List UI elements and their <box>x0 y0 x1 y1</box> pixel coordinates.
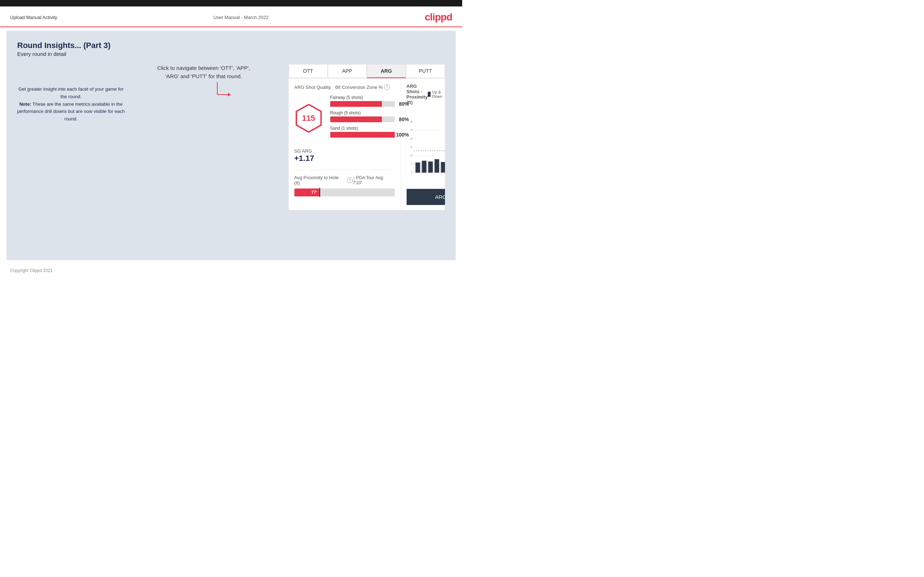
proximity-section: Avg Proximity to Hole (ft) ? ↑ PGA Tour … <box>294 169 395 197</box>
proximity-bar-track: 77' <box>294 189 395 197</box>
shot-quality-label: ARG Shot Quality <box>294 85 331 90</box>
chart-legend: Up & Down Round Average 6 ft conversion … <box>428 88 445 101</box>
bar-pct: 80% <box>399 101 409 107</box>
bar-fill <box>330 116 382 122</box>
pga-avg: ↑ PGA Tour Avg: 7'10" <box>353 175 395 185</box>
dashboard-card: OTT APP ARG PUTT ARG Shot Quality 6ft Co… <box>289 64 445 210</box>
bar-section: Fairway (5 shots) 80% Rough (5 shots) 80… <box>330 95 395 141</box>
header: Upload Manual Activity User Manual - Mar… <box>0 6 462 27</box>
svg-rect-25 <box>441 162 445 173</box>
bar-track: 100% <box>330 132 395 138</box>
bar-label: Fairway (5 shots) <box>330 95 395 100</box>
manual-label: User Manual - March 2022 <box>213 15 268 20</box>
insight-text: Get greater insight into each facet of y… <box>17 85 125 123</box>
main-content: Round Insights... (Part 3) Every round i… <box>6 31 456 260</box>
page-title: Round Insights... (Part 3) <box>17 41 445 50</box>
chart-title: ARG Shots - Proximity (ft) <box>407 84 428 105</box>
svg-text:25: 25 <box>410 129 413 132</box>
tab-app[interactable]: APP <box>328 64 367 78</box>
left-panel: Get greater insight into each facet of y… <box>17 64 125 123</box>
annotation-hint: Click to navigate between 'OTT', 'APP','… <box>146 64 261 80</box>
svg-rect-22 <box>422 161 426 172</box>
hex-container: 115 Fairway (5 shots) 80% Rough (5 shots… <box>294 95 395 141</box>
svg-text:10: 10 <box>410 154 413 156</box>
svg-text:20: 20 <box>410 138 413 140</box>
hex-value: 115 <box>302 114 315 123</box>
hexagon: 115 <box>294 104 323 132</box>
bar-label: Rough (5 shots) <box>330 110 395 115</box>
chart-header: ARG Shots - Proximity (ft) Up & Down Rou… <box>407 84 445 105</box>
copyright: Copyright Clippd 2021 <box>10 268 53 273</box>
chart-area: 0 5 10 15 20 25 30 <box>407 109 445 187</box>
sg-section: SG ARG +1.17 <box>294 148 395 163</box>
help-icon[interactable]: ? <box>384 84 390 90</box>
proximity-cursor <box>320 188 320 197</box>
tab-arg[interactable]: ARG <box>367 64 406 78</box>
bar-track: 80% <box>330 101 395 107</box>
header-left: Upload Manual Activity <box>10 15 57 20</box>
section-header: ARG Shot Quality 6ft Conversion Zone % ? <box>294 84 395 90</box>
page-subtitle: Every round in detail <box>17 51 445 57</box>
tab-putt[interactable]: PUTT <box>406 64 445 78</box>
svg-text:0: 0 <box>411 171 412 174</box>
legend-updown-icon <box>428 92 431 97</box>
tab-ott[interactable]: OTT <box>289 64 328 78</box>
proximity-value: 77' <box>311 190 317 195</box>
sg-value: +1.17 <box>294 154 395 163</box>
logo: clippd <box>425 11 452 23</box>
svg-text:5: 5 <box>411 163 412 165</box>
svg-rect-21 <box>415 162 420 172</box>
bar-row: Sand (1 shots) 100% <box>330 126 395 138</box>
svg-marker-2 <box>228 93 231 97</box>
annotation-area: Get greater insight into each facet of y… <box>17 64 445 210</box>
sg-label: SG ARG <box>294 148 395 154</box>
bar-row: Fairway (5 shots) 80% <box>330 95 395 107</box>
annotation-hint-area: Click to navigate between 'OTT', 'APP','… <box>125 64 281 103</box>
top-bar <box>0 0 462 6</box>
right-section: ARG Shots - Proximity (ft) Up & Down Rou… <box>401 79 445 210</box>
svg-text:30: 30 <box>410 121 413 123</box>
arg-dashboard-button[interactable]: ARG Dashboard <box>407 189 445 205</box>
note-label: Note: <box>19 102 31 107</box>
svg-rect-23 <box>428 162 433 173</box>
bar-fill <box>330 132 395 138</box>
chart-svg: 0 5 10 15 20 25 30 <box>407 109 445 187</box>
proximity-bar-fill: 77' <box>294 189 320 197</box>
upload-label: Upload Manual Activity <box>10 15 57 20</box>
dashboard-body: ARG Shot Quality 6ft Conversion Zone % ?… <box>289 79 445 210</box>
proximity-label: Avg Proximity to Hole (ft) ? <box>294 175 353 185</box>
proximity-help-icon[interactable]: ? <box>347 177 353 183</box>
svg-rect-24 <box>434 159 439 173</box>
bar-track: 80% <box>330 116 395 122</box>
bar-fill <box>330 101 382 107</box>
footer: Copyright Clippd 2021 <box>0 264 462 277</box>
bar-label: Sand (1 shots) <box>330 126 395 131</box>
legend-updown: Up & Down <box>428 90 444 98</box>
tabs-row: OTT APP ARG PUTT <box>289 64 445 79</box>
proximity-header: Avg Proximity to Hole (ft) ? ↑ PGA Tour … <box>294 175 395 185</box>
bar-row: Rough (5 shots) 80% <box>330 110 395 122</box>
conversion-label: 6ft Conversion Zone % ? <box>335 84 390 90</box>
left-data-section: ARG Shot Quality 6ft Conversion Zone % ?… <box>289 79 401 210</box>
annotation-arrow <box>210 80 239 102</box>
svg-text:15: 15 <box>410 146 413 148</box>
